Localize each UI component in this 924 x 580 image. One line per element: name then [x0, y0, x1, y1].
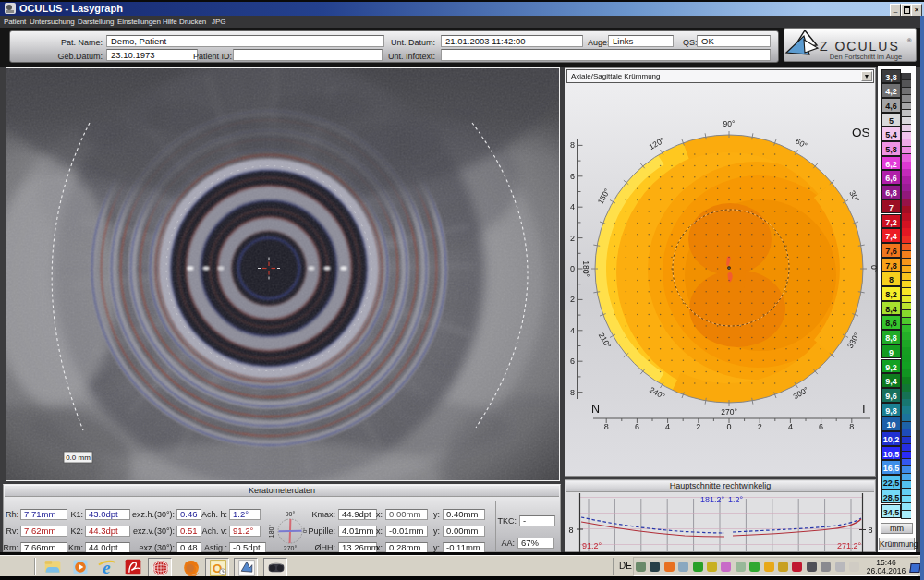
- svg-text:6: 6: [570, 172, 575, 181]
- svg-text:®: ®: [907, 38, 912, 43]
- svg-text:0°: 0°: [302, 527, 308, 533]
- svg-text:180°: 180°: [269, 525, 274, 538]
- svg-text:8: 8: [570, 388, 575, 397]
- svg-text:8: 8: [849, 422, 854, 431]
- svg-text:270°: 270°: [284, 545, 298, 551]
- svg-text:4: 4: [570, 326, 575, 335]
- svg-text:2: 2: [696, 422, 700, 431]
- svg-text:2: 2: [758, 422, 762, 431]
- svg-text:8: 8: [604, 422, 609, 431]
- svg-text:91.2°: 91.2°: [582, 541, 602, 550]
- svg-text:N: N: [591, 403, 600, 416]
- svg-text:1.2°: 1.2°: [728, 495, 744, 504]
- svg-text:OS: OS: [852, 126, 870, 139]
- svg-text:330°: 330°: [845, 332, 861, 350]
- svg-text:271.2°: 271.2°: [837, 541, 862, 550]
- svg-text:8: 8: [568, 526, 573, 535]
- svg-text:240°: 240°: [648, 385, 666, 401]
- svg-text:T: T: [860, 403, 868, 416]
- svg-text:8: 8: [570, 140, 575, 150]
- svg-text:60°: 60°: [794, 137, 808, 151]
- svg-text:4: 4: [570, 202, 575, 211]
- svg-text:2: 2: [570, 234, 575, 243]
- svg-text:Z OCULUS: Z OCULUS: [820, 39, 900, 54]
- svg-text:0: 0: [726, 422, 731, 431]
- svg-text:150°: 150°: [596, 187, 612, 206]
- svg-text:4: 4: [665, 422, 670, 431]
- svg-text:8: 8: [868, 526, 872, 535]
- svg-text:6: 6: [819, 422, 823, 431]
- svg-text:30°: 30°: [847, 189, 861, 204]
- svg-text:6: 6: [635, 422, 639, 431]
- svg-text:270°: 270°: [721, 407, 737, 417]
- svg-text:2: 2: [570, 295, 575, 304]
- svg-text:Den Fortschritt im Auge: Den Fortschritt im Auge: [830, 53, 902, 61]
- svg-text:6: 6: [570, 356, 575, 366]
- svg-text:0: 0: [570, 264, 575, 273]
- svg-text:210°: 210°: [597, 332, 613, 350]
- svg-text:0°: 0°: [869, 265, 877, 272]
- svg-text:120°: 120°: [648, 136, 666, 151]
- svg-text:0.0 mm: 0.0 mm: [66, 453, 91, 462]
- svg-text:90°: 90°: [723, 119, 736, 128]
- svg-text:4: 4: [788, 422, 793, 431]
- svg-text:90°: 90°: [286, 511, 296, 517]
- svg-text:300°: 300°: [792, 385, 810, 401]
- svg-text:181.2°: 181.2°: [700, 495, 725, 504]
